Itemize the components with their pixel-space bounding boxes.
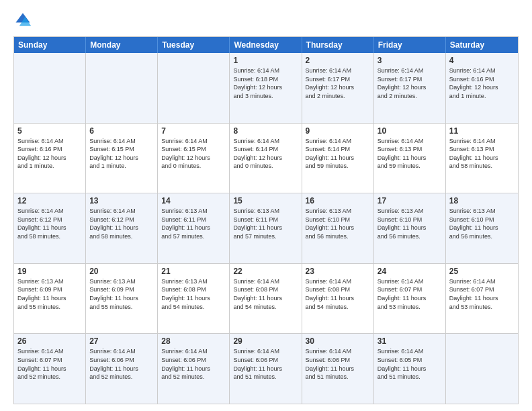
calendar-row-4: 26Sunrise: 6:14 AM Sunset: 6:07 PM Dayli… (14, 334, 518, 404)
day-number: 27 (89, 336, 154, 346)
day-cell-17: 17Sunrise: 6:13 AM Sunset: 6:10 PM Dayli… (374, 193, 446, 263)
day-cell-5: 5Sunrise: 6:14 AM Sunset: 6:16 PM Daylig… (14, 124, 86, 193)
day-details: Sunrise: 6:13 AM Sunset: 6:11 PM Dayligh… (161, 207, 226, 240)
day-details: Sunrise: 6:13 AM Sunset: 6:10 PM Dayligh… (378, 207, 442, 240)
day-cell-28: 28Sunrise: 6:14 AM Sunset: 6:06 PM Dayli… (158, 334, 230, 404)
day-details: Sunrise: 6:14 AM Sunset: 6:06 PM Dayligh… (306, 347, 370, 381)
day-number: 23 (306, 267, 370, 276)
day-cell-15: 15Sunrise: 6:13 AM Sunset: 6:11 PM Dayli… (230, 193, 302, 263)
day-number: 11 (449, 126, 515, 136)
day-details: Sunrise: 6:14 AM Sunset: 6:07 PM Dayligh… (449, 277, 515, 311)
day-number: 30 (306, 336, 370, 346)
day-details: Sunrise: 6:13 AM Sunset: 6:08 PM Dayligh… (161, 277, 226, 311)
day-number: 26 (17, 336, 82, 346)
day-details: Sunrise: 6:14 AM Sunset: 6:16 PM Dayligh… (17, 137, 82, 171)
day-number: 5 (17, 126, 82, 136)
day-number: 2 (306, 56, 370, 65)
weekday-header-friday: Friday (374, 37, 446, 53)
day-cell-4: 4Sunrise: 6:14 AM Sunset: 6:16 PM Daylig… (446, 53, 518, 123)
weekday-header-monday: Monday (86, 37, 158, 53)
day-details: Sunrise: 6:14 AM Sunset: 6:15 PM Dayligh… (161, 137, 226, 171)
day-details: Sunrise: 6:14 AM Sunset: 6:07 PM Dayligh… (378, 277, 442, 311)
day-details: Sunrise: 6:14 AM Sunset: 6:18 PM Dayligh… (233, 66, 298, 100)
logo-icon (13, 11, 32, 30)
day-number: 7 (161, 126, 226, 136)
day-details: Sunrise: 6:13 AM Sunset: 6:10 PM Dayligh… (449, 207, 515, 240)
day-details: Sunrise: 6:14 AM Sunset: 6:13 PM Dayligh… (378, 137, 442, 171)
day-details: Sunrise: 6:14 AM Sunset: 6:12 PM Dayligh… (89, 207, 154, 240)
day-cell-22: 22Sunrise: 6:14 AM Sunset: 6:08 PM Dayli… (230, 264, 302, 334)
day-cell-6: 6Sunrise: 6:14 AM Sunset: 6:15 PM Daylig… (86, 124, 158, 193)
day-details: Sunrise: 6:14 AM Sunset: 6:12 PM Dayligh… (17, 207, 82, 240)
page: SundayMondayTuesdayWednesdayThursdayFrid… (0, 0, 532, 411)
weekday-header-thursday: Thursday (302, 37, 374, 53)
day-number: 19 (17, 267, 82, 276)
day-details: Sunrise: 6:13 AM Sunset: 6:09 PM Dayligh… (89, 277, 154, 311)
day-details: Sunrise: 6:14 AM Sunset: 6:06 PM Dayligh… (89, 347, 154, 381)
weekday-header-saturday: Saturday (446, 37, 518, 53)
day-details: Sunrise: 6:14 AM Sunset: 6:13 PM Dayligh… (449, 137, 515, 171)
day-number: 9 (306, 126, 370, 136)
day-cell-3: 3Sunrise: 6:14 AM Sunset: 6:17 PM Daylig… (374, 53, 446, 123)
day-details: Sunrise: 6:14 AM Sunset: 6:14 PM Dayligh… (233, 137, 298, 171)
day-cell-24: 24Sunrise: 6:14 AM Sunset: 6:07 PM Dayli… (374, 264, 446, 334)
day-cell-8: 8Sunrise: 6:14 AM Sunset: 6:14 PM Daylig… (230, 124, 302, 193)
day-details: Sunrise: 6:14 AM Sunset: 6:05 PM Dayligh… (378, 347, 442, 381)
day-number: 29 (233, 336, 298, 346)
day-number: 24 (378, 267, 442, 276)
header (13, 11, 519, 30)
day-number: 15 (233, 196, 298, 205)
calendar-row-3: 19Sunrise: 6:13 AM Sunset: 6:09 PM Dayli… (14, 264, 518, 334)
day-details: Sunrise: 6:14 AM Sunset: 6:07 PM Dayligh… (17, 347, 82, 381)
day-details: Sunrise: 6:14 AM Sunset: 6:06 PM Dayligh… (233, 347, 298, 381)
day-cell-23: 23Sunrise: 6:14 AM Sunset: 6:08 PM Dayli… (302, 264, 374, 334)
day-cell-30: 30Sunrise: 6:14 AM Sunset: 6:06 PM Dayli… (302, 334, 374, 404)
day-cell-2: 2Sunrise: 6:14 AM Sunset: 6:17 PM Daylig… (302, 53, 374, 123)
day-cell-31: 31Sunrise: 6:14 AM Sunset: 6:05 PM Dayli… (374, 334, 446, 404)
weekday-header-wednesday: Wednesday (230, 37, 302, 53)
day-number: 6 (89, 126, 154, 136)
weekday-header-tuesday: Tuesday (158, 37, 230, 53)
day-details: Sunrise: 6:14 AM Sunset: 6:06 PM Dayligh… (161, 347, 226, 381)
day-details: Sunrise: 6:13 AM Sunset: 6:10 PM Dayligh… (306, 207, 370, 240)
day-details: Sunrise: 6:13 AM Sunset: 6:11 PM Dayligh… (233, 207, 298, 240)
day-number: 16 (306, 196, 370, 205)
day-number: 28 (161, 336, 226, 346)
empty-cell-0-0 (14, 53, 86, 123)
day-cell-19: 19Sunrise: 6:13 AM Sunset: 6:09 PM Dayli… (14, 264, 86, 334)
day-cell-13: 13Sunrise: 6:14 AM Sunset: 6:12 PM Dayli… (86, 193, 158, 263)
day-cell-14: 14Sunrise: 6:13 AM Sunset: 6:11 PM Dayli… (158, 193, 230, 263)
weekday-header-sunday: Sunday (14, 37, 86, 53)
day-cell-11: 11Sunrise: 6:14 AM Sunset: 6:13 PM Dayli… (446, 124, 518, 193)
day-details: Sunrise: 6:14 AM Sunset: 6:14 PM Dayligh… (306, 137, 370, 171)
day-details: Sunrise: 6:14 AM Sunset: 6:15 PM Dayligh… (89, 137, 154, 171)
day-number: 18 (449, 196, 515, 205)
day-details: Sunrise: 6:14 AM Sunset: 6:08 PM Dayligh… (233, 277, 298, 311)
day-cell-9: 9Sunrise: 6:14 AM Sunset: 6:14 PM Daylig… (302, 124, 374, 193)
logo (13, 11, 35, 30)
day-number: 31 (378, 336, 442, 346)
day-cell-25: 25Sunrise: 6:14 AM Sunset: 6:07 PM Dayli… (446, 264, 518, 334)
day-number: 21 (161, 267, 226, 276)
day-cell-1: 1Sunrise: 6:14 AM Sunset: 6:18 PM Daylig… (230, 53, 302, 123)
day-cell-27: 27Sunrise: 6:14 AM Sunset: 6:06 PM Dayli… (86, 334, 158, 404)
day-cell-29: 29Sunrise: 6:14 AM Sunset: 6:06 PM Dayli… (230, 334, 302, 404)
day-number: 25 (449, 267, 515, 276)
empty-cell-4-6 (446, 334, 518, 404)
day-cell-12: 12Sunrise: 6:14 AM Sunset: 6:12 PM Dayli… (14, 193, 86, 263)
day-cell-16: 16Sunrise: 6:13 AM Sunset: 6:10 PM Dayli… (302, 193, 374, 263)
calendar-header: SundayMondayTuesdayWednesdayThursdayFrid… (14, 37, 518, 53)
day-number: 20 (89, 267, 154, 276)
calendar-row-0: 1Sunrise: 6:14 AM Sunset: 6:18 PM Daylig… (14, 53, 518, 124)
day-number: 22 (233, 267, 298, 276)
day-cell-10: 10Sunrise: 6:14 AM Sunset: 6:13 PM Dayli… (374, 124, 446, 193)
calendar: SundayMondayTuesdayWednesdayThursdayFrid… (13, 36, 519, 404)
day-number: 1 (233, 56, 298, 65)
day-number: 17 (378, 196, 442, 205)
day-number: 4 (449, 56, 515, 65)
day-number: 8 (233, 126, 298, 136)
day-number: 12 (17, 196, 82, 205)
day-cell-21: 21Sunrise: 6:13 AM Sunset: 6:08 PM Dayli… (158, 264, 230, 334)
day-number: 13 (89, 196, 154, 205)
empty-cell-0-1 (86, 53, 158, 123)
